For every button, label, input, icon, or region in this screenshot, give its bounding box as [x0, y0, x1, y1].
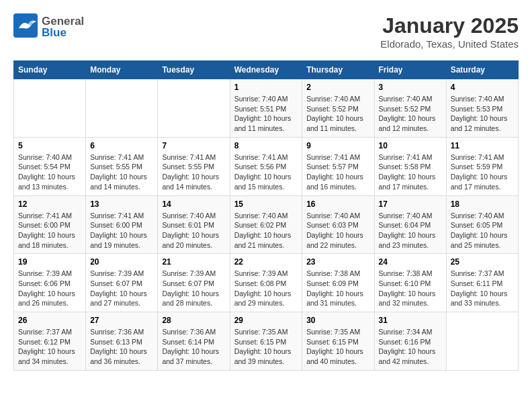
calendar-table: SundayMondayTuesdayWednesdayThursdayFrid… [13, 60, 519, 371]
page-title: January 2025 [380, 13, 519, 38]
day-number: 31 [379, 316, 442, 325]
day-number: 15 [234, 199, 298, 209]
day-number: 3 [379, 83, 442, 92]
day-info: Sunrise: 7:41 AM Sunset: 5:55 PM Dayligh… [162, 152, 225, 192]
calendar-cell: 1Sunrise: 7:40 AM Sunset: 5:51 PM Daylig… [230, 79, 302, 138]
day-number: 17 [379, 199, 442, 209]
day-info: Sunrise: 7:38 AM Sunset: 6:09 PM Dayligh… [306, 269, 369, 308]
calendar-cell [158, 79, 230, 138]
calendar-cell: 15Sunrise: 7:40 AM Sunset: 6:02 PM Dayli… [230, 195, 302, 254]
calendar-cell: 2Sunrise: 7:40 AM Sunset: 5:52 PM Daylig… [302, 79, 374, 138]
day-info: Sunrise: 7:40 AM Sunset: 5:53 PM Dayligh… [451, 94, 514, 134]
day-number: 29 [234, 316, 298, 325]
day-number: 10 [379, 141, 442, 150]
day-number: 28 [162, 316, 225, 325]
day-number: 20 [90, 257, 153, 267]
calendar-cell: 23Sunrise: 7:38 AM Sunset: 6:09 PM Dayli… [302, 254, 374, 312]
day-number: 23 [306, 257, 369, 267]
day-info: Sunrise: 7:40 AM Sunset: 5:52 PM Dayligh… [306, 94, 369, 134]
day-number: 24 [379, 257, 442, 267]
day-info: Sunrise: 7:38 AM Sunset: 6:10 PM Dayligh… [379, 269, 442, 308]
calendar-cell: 5Sunrise: 7:40 AM Sunset: 5:54 PM Daylig… [14, 137, 86, 195]
day-number: 6 [90, 141, 153, 150]
calendar-cell [14, 79, 86, 138]
weekday-header-saturday: Saturday [446, 61, 518, 79]
calendar-cell: 18Sunrise: 7:40 AM Sunset: 6:05 PM Dayli… [446, 195, 518, 254]
calendar-cell: 20Sunrise: 7:39 AM Sunset: 6:07 PM Dayli… [86, 254, 158, 312]
day-info: Sunrise: 7:40 AM Sunset: 5:51 PM Dayligh… [234, 94, 298, 134]
calendar-week-row: 5Sunrise: 7:40 AM Sunset: 5:54 PM Daylig… [14, 137, 519, 195]
weekday-header-monday: Monday [86, 61, 158, 79]
logo-icon [13, 13, 38, 38]
calendar-cell: 31Sunrise: 7:34 AM Sunset: 6:16 PM Dayli… [374, 312, 446, 371]
day-number: 8 [234, 141, 298, 150]
day-number: 13 [90, 199, 153, 209]
day-info: Sunrise: 7:40 AM Sunset: 6:02 PM Dayligh… [234, 211, 298, 250]
day-number: 19 [18, 257, 81, 267]
day-number: 5 [18, 141, 81, 150]
logo: General Blue [13, 13, 84, 40]
calendar-cell: 6Sunrise: 7:41 AM Sunset: 5:55 PM Daylig… [86, 137, 158, 195]
day-info: Sunrise: 7:35 AM Sunset: 6:15 PM Dayligh… [234, 327, 298, 367]
calendar-cell: 16Sunrise: 7:40 AM Sunset: 6:03 PM Dayli… [302, 195, 374, 254]
day-info: Sunrise: 7:39 AM Sunset: 6:07 PM Dayligh… [162, 269, 225, 308]
page-header: General Blue January 2025 Eldorado, Texa… [13, 13, 519, 50]
calendar-cell: 21Sunrise: 7:39 AM Sunset: 6:07 PM Dayli… [158, 254, 230, 312]
calendar-cell: 11Sunrise: 7:41 AM Sunset: 5:59 PM Dayli… [446, 137, 518, 195]
day-info: Sunrise: 7:41 AM Sunset: 5:59 PM Dayligh… [451, 152, 514, 192]
calendar-cell: 27Sunrise: 7:36 AM Sunset: 6:13 PM Dayli… [86, 312, 158, 371]
weekday-header-friday: Friday [374, 61, 446, 79]
day-number: 7 [162, 141, 225, 150]
day-number: 26 [18, 316, 81, 325]
day-number: 16 [306, 199, 369, 209]
logo-text: General Blue [42, 15, 84, 38]
day-info: Sunrise: 7:39 AM Sunset: 6:06 PM Dayligh… [18, 269, 81, 308]
calendar-week-row: 12Sunrise: 7:41 AM Sunset: 6:00 PM Dayli… [14, 195, 519, 254]
calendar-cell: 8Sunrise: 7:41 AM Sunset: 5:56 PM Daylig… [230, 137, 302, 195]
day-info: Sunrise: 7:35 AM Sunset: 6:15 PM Dayligh… [306, 327, 369, 367]
calendar-cell: 22Sunrise: 7:39 AM Sunset: 6:08 PM Dayli… [230, 254, 302, 312]
weekday-header-row: SundayMondayTuesdayWednesdayThursdayFrid… [14, 61, 519, 79]
day-number: 11 [451, 141, 514, 150]
calendar-week-row: 19Sunrise: 7:39 AM Sunset: 6:06 PM Dayli… [14, 254, 519, 312]
calendar-cell: 10Sunrise: 7:41 AM Sunset: 5:58 PM Dayli… [374, 137, 446, 195]
calendar-cell: 24Sunrise: 7:38 AM Sunset: 6:10 PM Dayli… [374, 254, 446, 312]
calendar-cell: 26Sunrise: 7:37 AM Sunset: 6:12 PM Dayli… [14, 312, 86, 371]
day-number: 1 [234, 83, 298, 92]
calendar-week-row: 26Sunrise: 7:37 AM Sunset: 6:12 PM Dayli… [14, 312, 519, 371]
calendar-cell: 7Sunrise: 7:41 AM Sunset: 5:55 PM Daylig… [158, 137, 230, 195]
day-info: Sunrise: 7:41 AM Sunset: 6:00 PM Dayligh… [90, 211, 153, 250]
day-info: Sunrise: 7:36 AM Sunset: 6:14 PM Dayligh… [162, 327, 225, 367]
day-info: Sunrise: 7:36 AM Sunset: 6:13 PM Dayligh… [90, 327, 153, 367]
weekday-header-tuesday: Tuesday [158, 61, 230, 79]
day-number: 12 [18, 199, 81, 209]
day-info: Sunrise: 7:40 AM Sunset: 6:05 PM Dayligh… [451, 211, 514, 250]
calendar-cell: 12Sunrise: 7:41 AM Sunset: 6:00 PM Dayli… [14, 195, 86, 254]
weekday-header-wednesday: Wednesday [230, 61, 302, 79]
day-info: Sunrise: 7:37 AM Sunset: 6:11 PM Dayligh… [451, 269, 514, 308]
day-number: 9 [306, 141, 369, 150]
day-number: 25 [451, 257, 514, 267]
day-info: Sunrise: 7:40 AM Sunset: 5:54 PM Dayligh… [18, 152, 81, 192]
weekday-header-thursday: Thursday [302, 61, 374, 79]
day-number: 21 [162, 257, 225, 267]
day-info: Sunrise: 7:34 AM Sunset: 6:16 PM Dayligh… [379, 327, 442, 367]
calendar-cell: 29Sunrise: 7:35 AM Sunset: 6:15 PM Dayli… [230, 312, 302, 371]
calendar-cell: 13Sunrise: 7:41 AM Sunset: 6:00 PM Dayli… [86, 195, 158, 254]
calendar-week-row: 1Sunrise: 7:40 AM Sunset: 5:51 PM Daylig… [14, 79, 519, 138]
day-number: 4 [451, 83, 514, 92]
day-info: Sunrise: 7:41 AM Sunset: 5:56 PM Dayligh… [234, 152, 298, 192]
calendar-cell: 4Sunrise: 7:40 AM Sunset: 5:53 PM Daylig… [446, 79, 518, 138]
day-info: Sunrise: 7:39 AM Sunset: 6:08 PM Dayligh… [234, 269, 298, 308]
day-info: Sunrise: 7:41 AM Sunset: 5:57 PM Dayligh… [306, 152, 369, 192]
day-info: Sunrise: 7:41 AM Sunset: 6:00 PM Dayligh… [18, 211, 81, 250]
day-number: 22 [234, 257, 298, 267]
day-info: Sunrise: 7:37 AM Sunset: 6:12 PM Dayligh… [18, 327, 81, 367]
calendar-cell: 25Sunrise: 7:37 AM Sunset: 6:11 PM Dayli… [446, 254, 518, 312]
day-info: Sunrise: 7:40 AM Sunset: 6:03 PM Dayligh… [306, 211, 369, 250]
day-info: Sunrise: 7:40 AM Sunset: 5:52 PM Dayligh… [379, 94, 442, 134]
page-subtitle: Eldorado, Texas, United States [380, 38, 519, 50]
calendar-cell: 19Sunrise: 7:39 AM Sunset: 6:06 PM Dayli… [14, 254, 86, 312]
calendar-cell: 9Sunrise: 7:41 AM Sunset: 5:57 PM Daylig… [302, 137, 374, 195]
day-number: 30 [306, 316, 369, 325]
